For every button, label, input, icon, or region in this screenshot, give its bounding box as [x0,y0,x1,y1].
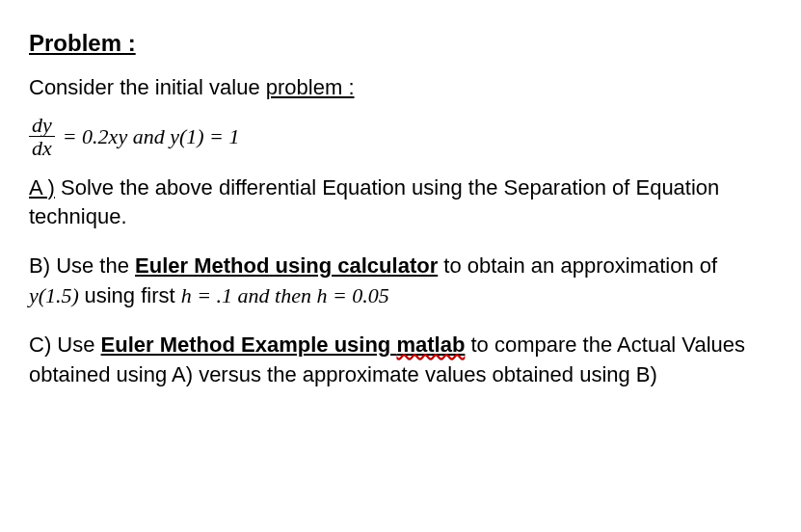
part-b-after-link: to obtain an approximation of [438,253,717,278]
part-b-eq2: h = .1 and then h = 0.05 [181,283,389,307]
part-c-link: Euler Method Example using matlab [101,332,466,357]
part-a-label: A ) [29,175,55,200]
part-b-eq1: y(1.5) [29,283,84,307]
intro-link: problem : [266,75,355,99]
part-b-link: Euler Method using calculator [135,253,438,278]
equation-block: dy dx = 0.2xy and y(1) = 1 [29,114,772,159]
intro-prefix: Consider the initial value [29,75,266,99]
part-c-prefix: Use [57,332,100,357]
intro-paragraph: Consider the initial value problem : [29,73,772,103]
part-b: B) Use the Euler Method using calculator… [29,252,772,311]
fraction-numerator: dy [29,114,55,137]
part-b-mid1: using first [84,283,180,307]
fraction-denominator: dx [29,137,55,159]
part-a-text: Solve the above differential Equation us… [29,175,719,229]
problem-heading: Problem : [29,27,772,60]
part-c-label: C) [29,332,57,357]
fraction: dy dx [29,114,55,159]
part-a: A ) Solve the above differential Equatio… [29,173,772,233]
part-c: C) Use Euler Method Example using matlab… [29,331,772,390]
part-c-link-text1: Euler Method Example using [101,332,397,357]
part-b-label: B) [29,253,56,278]
part-c-link-wavy: matlab [396,332,465,357]
equation-rhs: = 0.2xy and y(1) = 1 [63,122,240,152]
part-b-prefix: Use the [56,253,135,278]
